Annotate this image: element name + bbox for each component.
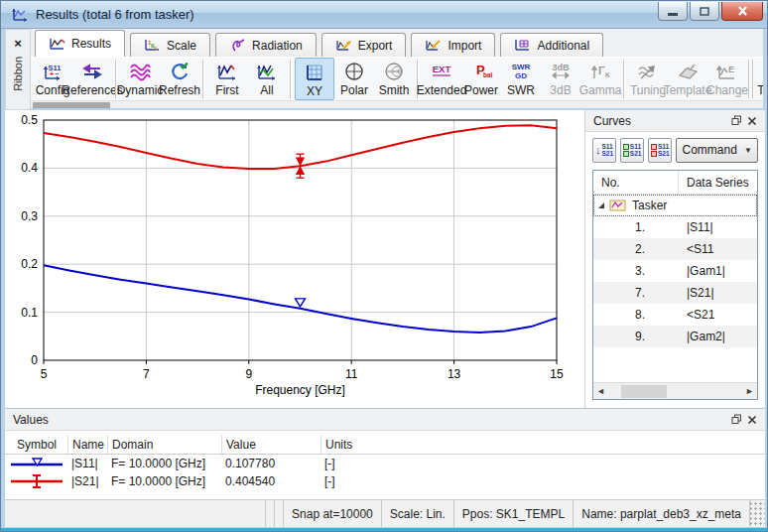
toolbar-label: Tuning xyxy=(630,83,666,97)
tab-scale[interactable]: 1 0 1 Scale xyxy=(130,33,210,57)
column-no[interactable]: No. xyxy=(593,171,679,194)
svg-text:0.5: 0.5 xyxy=(21,113,38,127)
tab-label: Results xyxy=(71,37,111,51)
svg-text:Frequency [GHz]: Frequency [GHz] xyxy=(255,383,345,397)
toolbar-3db[interactable]: 3dB 3dB xyxy=(541,58,580,100)
toolbar-dynamic[interactable]: Dynamic xyxy=(120,58,160,100)
check-curves-button[interactable]: S11 S21 xyxy=(620,138,644,163)
ribbon-toolbar: S11 + − Config References Dynamic xyxy=(31,57,763,100)
radiation-loop-icon xyxy=(229,38,246,53)
curve-row[interactable]: 9.|Gam2| xyxy=(593,326,757,347)
curve-row[interactable]: 3.|Gam1| xyxy=(593,260,757,282)
curves-panel-header[interactable]: Curves xyxy=(585,110,765,132)
toolbar-change[interactable]: E Change xyxy=(707,58,747,100)
curve-group-icon xyxy=(609,199,627,212)
svg-text:Γ: Γ xyxy=(598,65,605,76)
toolbar-template[interactable]: Template xyxy=(668,58,707,100)
tree-root-tasker[interactable]: Tasker xyxy=(593,195,757,216)
curves-list-columns[interactable]: No. Data Series xyxy=(593,171,757,195)
curve-row[interactable]: 2.<S11 xyxy=(593,238,757,260)
extended-icon: EXT xyxy=(429,61,454,82)
svg-text:15: 15 xyxy=(550,367,564,381)
values-panel-header[interactable]: Values xyxy=(5,409,765,431)
tree-expander-icon[interactable] xyxy=(598,202,604,208)
toolbar-swr[interactable]: SWR GD SWR xyxy=(501,58,541,100)
minimize-button[interactable] xyxy=(658,2,688,21)
config-icon: S11 + − xyxy=(42,61,64,82)
float-panel-button[interactable] xyxy=(728,412,744,428)
toolbar-scrollbar[interactable] xyxy=(31,100,763,108)
toolbar-polar[interactable]: Polar xyxy=(334,58,374,100)
curves-panel: Curves ↓ S11S21 S11 xyxy=(584,110,765,408)
float-panel-button[interactable] xyxy=(728,113,744,129)
tab-radiation[interactable]: Radiation xyxy=(215,33,317,57)
chart-panel: 57911131500.10.20.30.40.5Frequency [GHz] xyxy=(5,110,584,408)
column-data-series[interactable]: Data Series xyxy=(679,176,749,190)
close-button[interactable] xyxy=(721,2,763,21)
curve-row[interactable]: 8.<S21 xyxy=(593,304,757,326)
tab-additional[interactable]: Additional xyxy=(500,33,603,57)
resize-grip[interactable] xyxy=(749,500,765,527)
curve-row[interactable]: 7.|S21| xyxy=(593,282,757,304)
tab-export[interactable]: Export xyxy=(321,33,407,57)
maximize-button[interactable] xyxy=(690,2,719,21)
marker-|S11| xyxy=(296,299,306,307)
title-bar[interactable]: Results (total 6 from tasker) xyxy=(1,1,768,29)
restore-icon xyxy=(700,6,709,16)
results-window: Results (total 6 from tasker) × Ribbon xyxy=(0,0,768,532)
toolbar-toolbars[interactable]: Toolba xyxy=(755,58,763,100)
ribbon-rail: × Ribbon xyxy=(5,29,31,110)
toolbar-gamma[interactable]: Γ K Gamma xyxy=(580,58,620,100)
scrollbar-thumb[interactable] xyxy=(621,385,667,398)
svg-text:0.2: 0.2 xyxy=(21,257,38,271)
window-bottom-edge xyxy=(1,528,767,531)
show-curves-button[interactable]: ↓ S11S21 xyxy=(592,138,616,163)
svg-text:EXT: EXT xyxy=(433,64,451,74)
import-chart-icon xyxy=(425,38,442,53)
scroll-left-arrow-icon[interactable]: ◄ xyxy=(596,386,605,396)
values-row-s21[interactable]: |S21| F= 10.0000 [GHz] 0.404540 [-] xyxy=(5,472,765,490)
status-scale: Scale: Lin. xyxy=(381,500,453,527)
toolbar-label: References xyxy=(62,83,122,97)
tab-results[interactable]: Results xyxy=(35,30,125,57)
smith-chart-icon xyxy=(383,61,405,82)
toolbar-smith[interactable]: Smith xyxy=(374,58,414,100)
close-panel-button[interactable] xyxy=(744,113,760,129)
values-table-header[interactable]: Symbol Name Domain Value Units xyxy=(5,435,765,455)
toolbar-label: Extended xyxy=(417,83,467,97)
status-separator xyxy=(265,500,274,527)
toolbar-xy[interactable]: XY xyxy=(295,58,334,100)
toolbar-separator xyxy=(290,60,292,98)
3db-icon: 3dB xyxy=(549,61,573,82)
tab-import[interactable]: Import xyxy=(411,33,495,57)
toolbar-all[interactable]: All xyxy=(247,58,287,100)
tab-label: Additional xyxy=(537,39,589,53)
scroll-right-arrow-icon[interactable]: ► xyxy=(745,386,754,396)
toolbar-references[interactable]: References xyxy=(72,58,112,100)
svg-text:0.4: 0.4 xyxy=(21,161,38,175)
values-row-s11[interactable]: |S11| F= 10.0000 [GHz] 0.107780 [-] xyxy=(5,455,765,472)
svg-text:0: 0 xyxy=(31,353,38,367)
tab-label: Radiation xyxy=(252,39,303,53)
s21-curve-symbol-icon xyxy=(9,474,64,488)
status-bar: Snap at=10000 Scale: Lin. Ppos: SK1_TEMP… xyxy=(5,499,765,527)
toolbar-scrollbar-thumb[interactable] xyxy=(33,102,110,108)
uncheck-curves-button[interactable]: S11 S21 xyxy=(648,138,672,163)
ribbon-close-button[interactable]: × xyxy=(8,33,28,53)
horizontal-scrollbar[interactable]: ◄ ► xyxy=(593,382,757,399)
minimize-icon xyxy=(668,13,678,16)
dynamic-waves-icon xyxy=(128,61,152,82)
svg-text:0.1: 0.1 xyxy=(21,306,38,320)
close-panel-button[interactable] xyxy=(744,412,760,428)
toolbar-power[interactable]: P bal Power xyxy=(461,58,501,100)
xy-grid-icon xyxy=(304,62,325,83)
curve-row[interactable]: 1.|S11| xyxy=(593,216,757,238)
toolbar-tuning[interactable]: Tuning xyxy=(628,58,668,100)
svg-text:7: 7 xyxy=(143,367,150,381)
toolbar-extended[interactable]: EXT Extended xyxy=(422,58,461,100)
xy-plot[interactable]: 57911131500.10.20.30.40.5Frequency [GHz] xyxy=(5,110,584,408)
command-dropdown[interactable]: Command ▼ xyxy=(676,138,758,163)
svg-text:E: E xyxy=(728,65,734,74)
toolbar-refresh[interactable]: Refresh xyxy=(160,58,199,100)
toolbar-first[interactable]: First xyxy=(207,58,247,100)
